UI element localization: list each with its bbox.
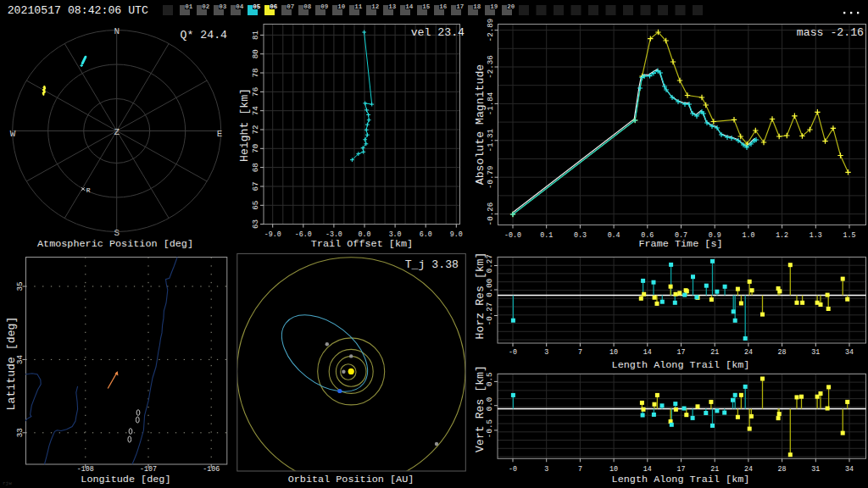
svg-text:33: 33 <box>15 428 25 437</box>
svg-text:1.0: 1.0 <box>742 231 754 239</box>
svg-text:02: 02 <box>202 3 210 10</box>
svg-text:-0.27: -0.27 <box>485 302 494 326</box>
svg-text:65: 65 <box>251 201 260 210</box>
svg-text:72: 72 <box>251 125 260 134</box>
svg-text:28: 28 <box>778 465 787 473</box>
svg-text:14: 14 <box>643 465 652 473</box>
svg-text:09: 09 <box>320 3 329 10</box>
svg-text:19: 19 <box>490 3 498 10</box>
svg-text:31: 31 <box>811 465 820 473</box>
svg-text:-3.0: -3.0 <box>326 230 342 238</box>
svg-text:14: 14 <box>643 348 652 356</box>
svg-text:9.0: 9.0 <box>450 230 463 238</box>
svg-text:S: S <box>114 228 120 238</box>
svg-text:0.5: 0.5 <box>485 373 494 387</box>
svg-text:07: 07 <box>287 3 294 10</box>
svg-text:Height [km]: Height [km] <box>238 88 251 162</box>
svg-text:6.0: 6.0 <box>420 230 432 238</box>
svg-text:3: 3 <box>544 465 548 473</box>
svg-text:mass -2.16: mass -2.16 <box>797 26 864 39</box>
svg-text:-1.31: -1.31 <box>486 129 495 152</box>
svg-text:0.1: 0.1 <box>540 231 553 239</box>
svg-text:-0: -0 <box>509 348 517 356</box>
svg-text:Latitude [deg]: Latitude [deg] <box>5 317 18 411</box>
svg-text:35: 35 <box>15 281 25 291</box>
svg-text:-108: -108 <box>77 465 94 473</box>
svg-text:Z: Z <box>114 127 120 137</box>
svg-text:31: 31 <box>811 348 820 356</box>
svg-text:Vert Res [km]: Vert Res [km] <box>474 365 487 452</box>
svg-text:-0.5: -0.5 <box>485 419 494 438</box>
svg-text:1.3: 1.3 <box>810 231 822 239</box>
svg-text:80: 80 <box>251 49 260 58</box>
svg-text:7: 7 <box>578 348 582 356</box>
svg-text:N: N <box>114 26 120 36</box>
svg-text:24: 24 <box>744 465 753 473</box>
svg-text:-1.84: -1.84 <box>486 92 495 115</box>
svg-text:3: 3 <box>544 348 548 356</box>
svg-text:Atmospheric Position [deg]: Atmospheric Position [deg] <box>37 238 193 250</box>
svg-text:Q* 24.4: Q* 24.4 <box>181 29 227 42</box>
svg-text:-2.36: -2.36 <box>486 55 495 79</box>
svg-text:12: 12 <box>371 3 380 10</box>
svg-text:63: 63 <box>251 219 260 229</box>
svg-text:W: W <box>10 129 16 139</box>
svg-text:-0: -0 <box>509 465 517 473</box>
svg-text:03: 03 <box>219 3 227 10</box>
svg-text:28: 28 <box>778 348 787 356</box>
svg-text:81: 81 <box>251 30 260 40</box>
svg-text:17: 17 <box>456 3 464 10</box>
svg-text:67: 67 <box>251 181 260 191</box>
svg-text:0.27: 0.27 <box>485 254 494 273</box>
svg-text:-9.0: -9.0 <box>264 230 281 238</box>
svg-text:T_j 3.38: T_j 3.38 <box>405 258 459 271</box>
svg-text:70: 70 <box>251 144 260 153</box>
svg-text:17: 17 <box>677 348 686 356</box>
svg-text:21: 21 <box>710 348 719 356</box>
svg-text:-6.0: -6.0 <box>295 230 312 238</box>
svg-text:20: 20 <box>507 3 515 10</box>
svg-text:13: 13 <box>388 3 397 10</box>
svg-text:04: 04 <box>236 3 244 10</box>
svg-text:-106: -106 <box>203 465 220 473</box>
svg-text:0.3: 0.3 <box>574 231 587 239</box>
svg-text:78: 78 <box>251 69 260 78</box>
svg-text:11: 11 <box>354 3 363 10</box>
svg-text:-107: -107 <box>140 465 157 473</box>
svg-text:0.4: 0.4 <box>608 231 620 239</box>
svg-text:34: 34 <box>845 348 854 356</box>
svg-text:Orbital Position [AU]: Orbital Position [AU] <box>288 474 415 485</box>
svg-text:1.2: 1.2 <box>776 231 788 239</box>
svg-text:Absolute Magnitude: Absolute Magnitude <box>474 64 487 186</box>
svg-text:7: 7 <box>578 465 582 473</box>
svg-text:34: 34 <box>845 465 854 473</box>
svg-text:15: 15 <box>422 3 431 10</box>
svg-text:rjw: rjw <box>3 480 12 486</box>
svg-text:R: R <box>86 186 91 194</box>
svg-text:Trail Offset [km]: Trail Offset [km] <box>311 238 413 250</box>
svg-text:01: 01 <box>185 3 193 10</box>
svg-text:-0.79: -0.79 <box>486 165 495 189</box>
svg-text:-0.0: -0.0 <box>504 231 521 239</box>
svg-text:Length Along Trail [km]: Length Along Trail [km] <box>612 359 750 371</box>
svg-text:E: E <box>217 129 223 139</box>
svg-text:Frame Time [s]: Frame Time [s] <box>638 238 722 250</box>
svg-text:18: 18 <box>473 3 481 10</box>
svg-text:16: 16 <box>439 3 448 10</box>
svg-text:Horz Res [km]: Horz Res [km] <box>474 252 487 340</box>
svg-text:10: 10 <box>609 465 618 473</box>
svg-text:17: 17 <box>677 465 686 473</box>
svg-text:Longitude [deg]: Longitude [deg] <box>81 474 170 485</box>
svg-text:10: 10 <box>337 3 346 10</box>
svg-text:76: 76 <box>251 87 260 97</box>
svg-text:74: 74 <box>251 106 260 116</box>
svg-text:21: 21 <box>710 465 719 473</box>
svg-text:05: 05 <box>253 3 261 10</box>
svg-text:Length Along Trail [km]: Length Along Trail [km] <box>612 474 750 485</box>
svg-text:-0.26: -0.26 <box>486 202 495 226</box>
svg-text:vel 23.4: vel 23.4 <box>411 26 465 39</box>
svg-text:1.5: 1.5 <box>843 231 856 239</box>
svg-text:68: 68 <box>251 163 260 172</box>
svg-text:0.0: 0.0 <box>485 397 494 412</box>
svg-text:08: 08 <box>303 3 312 10</box>
